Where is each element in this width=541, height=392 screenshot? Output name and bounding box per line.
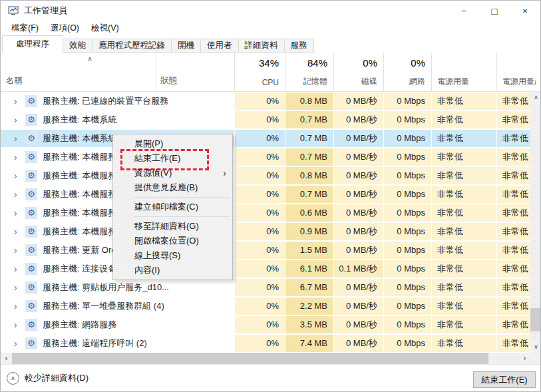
context-menu-item[interactable]: 內容(I) › bbox=[113, 263, 232, 278]
column-header-disk[interactable]: 0% 磁碟 bbox=[333, 53, 383, 92]
expand-chevron-icon[interactable]: › bbox=[14, 170, 23, 181]
table-row[interactable]: › ⚙ 服務主機: 遠端程序呼叫 (2) 0% 7.4 MB 0 MB/秒 0 … bbox=[1, 334, 530, 353]
table-row[interactable]: › ⚙ 服務主機: 已連線的裝置平台服務 0% 0.8 MB 0 MB/秒 0 … bbox=[1, 92, 530, 110]
expand-chevron-icon[interactable]: › bbox=[14, 133, 23, 144]
menu-options[interactable]: 選項(O) bbox=[45, 23, 85, 34]
fewer-details-toggle[interactable]: 較少詳細資料(D) bbox=[25, 372, 89, 384]
name-cell: › ⚙ 服務主機: 遠端程序呼叫 (2) bbox=[1, 335, 234, 352]
context-menu-item[interactable]: 線上搜尋(S) › bbox=[113, 248, 232, 263]
expand-chevron-icon[interactable]: › bbox=[14, 152, 23, 162]
power-cell: 非常低 bbox=[431, 242, 496, 259]
disk-cell: 0 MB/秒 bbox=[333, 148, 383, 166]
tab[interactable]: 效能 bbox=[63, 39, 92, 53]
service-gear-icon: ⚙ bbox=[25, 244, 37, 256]
vertical-scrollbar[interactable]: ∧ ∨ bbox=[530, 92, 541, 353]
table-row[interactable]: › ⚙ 服務主機: 连接设备平台 0% 6.1 MB 0.1 MB/秒 0 Mb… bbox=[1, 260, 530, 278]
tab[interactable]: 開機 bbox=[171, 39, 201, 53]
table-row[interactable]: › ⚙ 服務主機: 更新 Orches 0% 1.5 MB 0 MB/秒 0 M… bbox=[1, 241, 530, 260]
table-row[interactable]: › ⚙ 服務主機: 本機服務 (網 0% 0.9 MB 0 MB/秒 0 Mbp… bbox=[1, 222, 530, 241]
table-row[interactable]: › ⚙ 服務主機: 網路服務 0% 3.5 MB 0 MB/秒 0 Mbps 非… bbox=[1, 315, 530, 334]
expand-chevron-icon[interactable]: › bbox=[14, 282, 23, 293]
network-total-percent: 0% bbox=[389, 57, 425, 69]
minimize-button[interactable]: − bbox=[449, 1, 479, 21]
tab[interactable]: 使用者 bbox=[200, 39, 239, 53]
table-row[interactable]: › ⚙ 服務主機: 剪贴板用户服务_d10... 0% 6.7 MB 0 MB/… bbox=[1, 278, 530, 297]
context-menu-item[interactable]: 結束工作(E) › bbox=[113, 151, 232, 166]
end-task-button[interactable]: 結束工作(E) bbox=[473, 371, 536, 388]
expand-chevron-icon[interactable]: › bbox=[14, 226, 23, 237]
tab[interactable]: 處理程序 bbox=[2, 35, 63, 53]
close-button[interactable]: × bbox=[510, 1, 540, 21]
sort-ascending-icon: ∧ bbox=[87, 55, 92, 63]
scroll-down-icon[interactable]: ∨ bbox=[530, 341, 541, 353]
expand-chevron-icon[interactable]: › bbox=[14, 114, 23, 125]
chevron-up-circle-icon[interactable]: ∧ bbox=[7, 372, 19, 385]
scroll-up-icon[interactable]: ∧ bbox=[530, 92, 541, 103]
table-row[interactable]: › ⚙ 服務主機: 本機服務 (網 0% 0.6 MB 0 MB/秒 0 Mbp… bbox=[1, 204, 530, 222]
context-menu-item[interactable]: 資源值(V) › bbox=[113, 166, 232, 180]
tab[interactable]: 詳細資料 bbox=[238, 39, 285, 53]
expand-chevron-icon[interactable]: › bbox=[14, 301, 23, 311]
column-header-cpu[interactable]: 34% CPU bbox=[234, 53, 285, 92]
cpu-cell: 0% bbox=[234, 260, 285, 278]
submenu-arrow-icon: › bbox=[223, 166, 226, 180]
vertical-scroll-thumb[interactable] bbox=[530, 308, 541, 331]
disk-cell: 0 MB/秒 bbox=[333, 130, 383, 147]
column-header-name[interactable]: 名稱 bbox=[6, 75, 23, 87]
tab-label: 處理程序 bbox=[16, 39, 49, 50]
expand-chevron-icon[interactable]: › bbox=[14, 245, 23, 256]
expand-chevron-icon[interactable]: › bbox=[14, 208, 23, 218]
context-menu-item[interactable]: 移至詳細資料(G) › bbox=[113, 219, 232, 234]
scroll-left-icon[interactable]: ‹ bbox=[1, 353, 12, 364]
context-menu-item[interactable]: 提供意見反應(B) › bbox=[113, 180, 232, 195]
disk-cell: 0 MB/秒 bbox=[333, 335, 383, 352]
expand-chevron-icon[interactable]: › bbox=[14, 338, 23, 349]
network-cell: 0 Mbps bbox=[383, 279, 431, 296]
process-name: 服務主機: 本機系統 bbox=[43, 132, 116, 144]
context-menu-item[interactable]: › bbox=[134, 216, 230, 217]
table-row[interactable]: › ⚙ 服務主機: 本機服務 (網 0% 0.7 MB 0 MB/秒 0 Mbp… bbox=[1, 185, 530, 204]
table-row[interactable]: › ⚙ 服務主機: 本機系統 0% 0.7 MB 0 MB/秒 0 Mbps 非… bbox=[1, 110, 530, 129]
memory-cell: 0.7 MB bbox=[285, 130, 333, 147]
process-name: 服務主機: 剪贴板用户服务_d10... bbox=[43, 282, 169, 294]
column-header-network[interactable]: 0% 網路 bbox=[383, 53, 431, 92]
tab-label: 效能 bbox=[69, 40, 86, 51]
tab[interactable]: 應用程式歷程記錄 bbox=[92, 39, 172, 53]
tab[interactable]: 服務 bbox=[284, 39, 314, 53]
memory-cell: 6.7 MB bbox=[285, 279, 333, 296]
disk-cell: 0 MB/秒 bbox=[333, 279, 383, 296]
expand-chevron-icon[interactable]: › bbox=[14, 96, 23, 106]
table-row[interactable]: › ⚙ 服務主機: 本機系統 0% 0.7 MB 0 MB/秒 0 Mbps 非… bbox=[1, 129, 530, 148]
window-title: 工作管理員 bbox=[24, 5, 67, 17]
column-header-power-trend[interactable]: 電源用量趨勢 bbox=[496, 53, 541, 92]
context-menu-item[interactable]: 開啟檔案位置(O) › bbox=[113, 234, 232, 248]
memory-cell: 0.6 MB bbox=[285, 204, 333, 222]
memory-cell: 0.7 MB bbox=[285, 186, 333, 203]
network-cell: 0 Mbps bbox=[383, 93, 431, 110]
menu-view[interactable]: 檢視(V) bbox=[85, 23, 125, 34]
column-header-memory[interactable]: 84% 記憶體 bbox=[285, 53, 333, 92]
menu-file[interactable]: 檔案(F) bbox=[5, 23, 45, 34]
horizontal-scrollbar[interactable]: ‹ › bbox=[1, 353, 530, 364]
context-menu-item[interactable]: 展開(P) › bbox=[113, 136, 232, 151]
scroll-right-icon[interactable]: › bbox=[519, 353, 530, 364]
column-header-status[interactable]: 狀態 bbox=[160, 75, 177, 87]
table-row[interactable]: › ⚙ 服務主機: 本機服務 (網 0% 0.8 MB 0 MB/秒 0 Mbp… bbox=[1, 166, 530, 185]
expand-chevron-icon[interactable]: › bbox=[14, 189, 23, 200]
context-menu-item[interactable]: 建立傾印檔案(C) › bbox=[113, 200, 232, 214]
power-cell: 非常低 bbox=[431, 223, 496, 240]
cpu-cell: 0% bbox=[234, 242, 285, 259]
context-menu-item[interactable]: › bbox=[134, 197, 230, 198]
expand-chevron-icon[interactable]: › bbox=[14, 264, 23, 274]
maximize-button[interactable]: □ bbox=[479, 1, 510, 21]
process-name: 服務主機: 已連線的裝置平台服務 bbox=[43, 95, 168, 107]
table-row[interactable]: › ⚙ 服務主機: 單一堆疊服務群組 (4) 0% 2.2 MB 0 MB/秒 … bbox=[1, 297, 530, 315]
horizontal-scroll-thumb[interactable] bbox=[12, 353, 488, 364]
cpu-cell: 0% bbox=[234, 186, 285, 203]
disk-cell: 0 MB/秒 bbox=[333, 186, 383, 203]
service-gear-icon: ⚙ bbox=[25, 114, 37, 126]
column-header-power[interactable]: 電源用量 bbox=[431, 53, 496, 92]
menu-item-label: 內容(I) bbox=[134, 263, 232, 278]
expand-chevron-icon[interactable]: › bbox=[14, 319, 23, 330]
table-row[interactable]: › ⚙ 服務主機: 本機服務 (無 0% 0.7 MB 0 MB/秒 0 Mbp… bbox=[1, 148, 530, 166]
